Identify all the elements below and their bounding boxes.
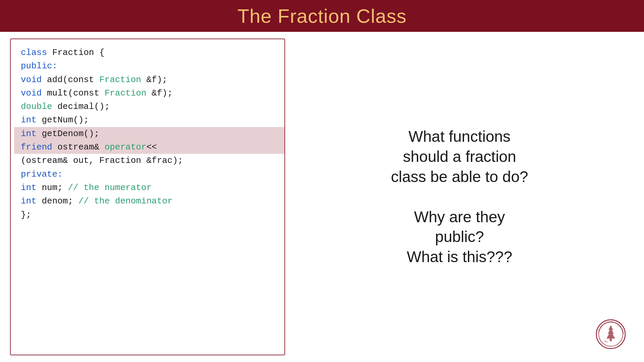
- code-line-line15: int denom; // the denominator: [21, 194, 274, 208]
- code-line-line1: class Fraction {: [21, 46, 274, 59]
- code-line-line4: void mult(const Fraction &f);: [21, 86, 274, 100]
- right-panel: What functionsshould a fractionclass be …: [285, 39, 634, 355]
- slide-title: The Fraction Class: [237, 5, 407, 27]
- question-2-block: Why are theypublic?What is this???: [407, 207, 512, 267]
- question-1-text: What functionsshould a fractionclass be …: [391, 127, 528, 187]
- slide-content: class Fraction {public: void add(const F…: [0, 32, 644, 362]
- code-line-line5: double decimal();: [21, 100, 274, 113]
- code-line-line7: int getDenom();: [14, 127, 284, 140]
- slide-header: The Fraction Class: [0, 0, 644, 32]
- code-panel: class Fraction {public: void add(const F…: [10, 39, 285, 355]
- code-line-line6: int getNum();: [21, 113, 274, 127]
- seal-svg: LELAND STANFORD JUNIOR UNIVERSITY 1891: [596, 319, 626, 349]
- stanford-seal: LELAND STANFORD JUNIOR UNIVERSITY 1891: [596, 319, 626, 349]
- question-1-block: What functionsshould a fractionclass be …: [391, 127, 528, 187]
- code-line-line13: private:: [21, 168, 274, 181]
- code-line-line14: int num; // the numerator: [21, 181, 274, 194]
- svg-rect-3: [610, 339, 612, 341]
- question-2-text: Why are theypublic?What is this???: [407, 207, 512, 267]
- code-line-line9: (ostream& out, Fraction &frac);: [21, 154, 274, 167]
- code-line-line2: public:: [21, 59, 274, 73]
- code-line-line19: };: [21, 208, 274, 222]
- code-line-line8: friend ostream& operator<<: [14, 140, 284, 154]
- code-line-line3: void add(const Fraction &f);: [21, 73, 274, 86]
